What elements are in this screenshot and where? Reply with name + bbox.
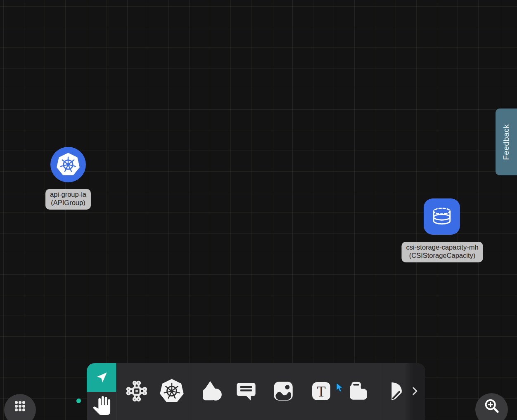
connect-tool-button[interactable] — [123, 378, 150, 405]
comment-tool-button[interactable] — [232, 378, 260, 405]
text-tool-button[interactable]: T — [308, 378, 335, 405]
kubernetes-wheel-icon — [157, 377, 186, 407]
toolbar: T — [87, 363, 425, 420]
floppy-disk-icon — [346, 378, 371, 405]
svg-text:T: T — [317, 383, 325, 399]
toolbar-separator — [191, 363, 191, 420]
node-kind: (APIGroup) — [50, 199, 86, 207]
node-kind: (CSIStorageCapacity) — [406, 252, 478, 260]
comment-icon — [235, 380, 258, 404]
diagram-canvas[interactable]: api-group-la (APIGroup) csi-storage-capa… — [0, 0, 517, 420]
node-name: csi-storage-capacity-mh — [406, 243, 478, 252]
select-tool-button[interactable] — [87, 363, 116, 392]
circuit-node-icon — [124, 378, 149, 405]
toolbar-expand-button[interactable] — [404, 363, 425, 420]
save-tool-button[interactable] — [345, 378, 372, 405]
pan-tool-button[interactable] — [87, 392, 116, 420]
hand-icon — [92, 396, 111, 416]
chevron-right-icon — [408, 385, 421, 399]
grid-dots-icon — [15, 401, 25, 411]
kubernetes-icon — [50, 147, 86, 182]
feedback-tab-label: Feedback — [502, 124, 511, 160]
node-api-group[interactable] — [50, 147, 86, 182]
storage-cylinder-icon — [424, 198, 460, 235]
shapes-tool-button[interactable] — [197, 378, 225, 405]
feedback-tab[interactable]: Feedback — [496, 109, 517, 175]
node-name: api-group-la — [50, 191, 86, 199]
toolbar-separator — [380, 363, 380, 420]
cursor-arrow-icon — [95, 370, 109, 385]
node-csi-storage-capacity[interactable] — [424, 198, 460, 235]
text-icon: T — [309, 379, 334, 405]
node-api-group-label: api-group-la (APIGroup) — [45, 189, 91, 210]
status-dot — [76, 399, 81, 403]
image-tool-button[interactable] — [270, 378, 297, 405]
node-csi-storage-label: csi-storage-capacity-mh (CSIStorageCapac… — [401, 242, 483, 262]
image-icon — [270, 378, 296, 405]
kubernetes-tool-button[interactable] — [158, 378, 185, 405]
toolbar-separator — [116, 363, 116, 420]
magnifier-plus-icon — [482, 396, 501, 420]
shapes-icon — [198, 378, 224, 405]
